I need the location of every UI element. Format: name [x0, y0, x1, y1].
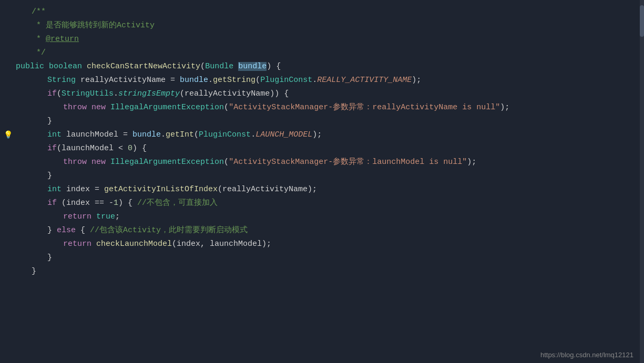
code-token: PluginConst	[199, 130, 251, 139]
code-token: *	[32, 35, 46, 44]
line-content: }	[16, 265, 639, 278]
scrollbar-thumb[interactable]	[640, 5, 644, 37]
code-token: .	[208, 76, 213, 85]
code-line: if (index == -1) { //不包含，可直接加入	[0, 196, 644, 210]
code-line: } else { //包含该Activity，此时需要判断启动模式	[0, 224, 644, 237]
code-token: (index, launchModel);	[172, 240, 271, 248]
code-token: );	[467, 158, 476, 167]
code-token: }	[47, 171, 52, 180]
code-token	[91, 240, 96, 248]
code-token: getActivityInListOfIndex	[104, 185, 218, 194]
code-line: if(launchModel < 0) {	[0, 142, 644, 155]
code-token: (index == -	[57, 199, 114, 208]
code-token: ) {	[132, 144, 147, 153]
code-token: */	[32, 48, 46, 57]
code-token: {	[76, 226, 90, 235]
code-token	[44, 62, 49, 71]
code-token: throw	[63, 158, 87, 167]
code-line: }	[0, 251, 644, 265]
code-token: }	[47, 253, 52, 262]
line-content: }	[16, 115, 639, 128]
code-token: getInt	[166, 130, 194, 139]
code-token: ) {	[267, 62, 281, 71]
line-content: /**	[16, 5, 639, 19]
code-token: bundle	[132, 130, 161, 139]
code-token: );	[412, 76, 421, 85]
code-token: IllegalArgumentException	[110, 158, 224, 167]
code-line: String reallyActivityName = bundle.getSt…	[0, 74, 644, 87]
code-token	[87, 158, 91, 167]
code-line: throw new IllegalArgumentException("Acti…	[0, 155, 644, 169]
code-token: launchModel =	[62, 130, 132, 139]
code-line: public boolean checkCanStartNewActivity(…	[0, 60, 644, 74]
code-token: 1	[114, 199, 118, 208]
code-token	[233, 62, 238, 71]
code-token	[106, 158, 110, 167]
line-content: String reallyActivityName = bundle.getSt…	[16, 74, 639, 87]
code-line: return checkLaunchModel(index, launchMod…	[0, 237, 644, 251]
code-token: (launchModel <	[57, 144, 128, 153]
code-token: (	[255, 76, 260, 85]
code-token: new	[91, 103, 106, 112]
code-line: * @return	[0, 33, 644, 46]
code-token: PluginConst	[260, 76, 312, 85]
code-lines: /** * 是否能够跳转到新的Activity * @return */publ…	[0, 5, 644, 278]
code-editor: /** * 是否能够跳转到新的Activity * @return */publ…	[0, 0, 644, 363]
code-line: return true;	[0, 210, 644, 224]
code-token: String	[47, 76, 76, 85]
code-token: throw	[63, 103, 87, 112]
code-line: }	[0, 115, 644, 128]
code-token: int	[47, 130, 62, 139]
code-token: }	[32, 267, 36, 276]
code-token: if	[47, 144, 57, 153]
code-line: */	[0, 46, 644, 60]
code-line: int index = getActivityInListOfIndex(rea…	[0, 183, 644, 196]
code-token: //不包含，可直接加入	[132, 199, 218, 208]
code-token	[91, 212, 96, 221]
code-token: checkLaunchModel	[96, 240, 172, 248]
vertical-scrollbar[interactable]	[640, 0, 644, 363]
code-token	[87, 103, 91, 112]
code-token: bundle	[180, 76, 208, 85]
line-content: return true;	[16, 210, 639, 224]
line-content: }	[16, 251, 639, 265]
code-token: return	[63, 240, 91, 248]
code-token: (	[224, 158, 229, 167]
code-token: else	[57, 226, 76, 235]
code-token: 0	[128, 144, 132, 153]
code-token	[82, 62, 87, 71]
code-token: .	[251, 130, 255, 139]
code-token: LAUNCH_MODEL	[255, 130, 312, 139]
code-token: new	[91, 158, 106, 167]
code-line: 💡int launchModel = bundle.getInt(PluginC…	[0, 128, 644, 142]
code-token: stringIsEmpty	[118, 89, 180, 98]
code-line: if(StringUtils.stringIsEmpty(reallyActiv…	[0, 87, 644, 101]
code-token: "ActivityStackManager-参数异常：reallyActivit…	[229, 103, 500, 112]
code-token: (reallyActivityName);	[218, 185, 317, 194]
code-token: .	[114, 89, 118, 98]
code-token: getString	[213, 76, 255, 85]
line-content: * 是否能够跳转到新的Activity	[16, 19, 639, 33]
code-token: }	[47, 117, 52, 126]
watermark: https://blog.csdn.net/lmq12121	[540, 351, 633, 359]
code-token: Activity	[117, 21, 155, 30]
code-token: .	[161, 130, 166, 139]
code-token: *	[32, 21, 46, 30]
code-token: "ActivityStackManager-参数异常：launchModel i…	[229, 158, 467, 167]
code-token: Bundle	[205, 62, 233, 71]
code-token: .	[312, 76, 317, 85]
code-token: IllegalArgumentException	[110, 103, 224, 112]
code-token: );	[312, 130, 322, 139]
code-token: /**	[32, 7, 46, 16]
code-token: true	[96, 212, 115, 221]
code-token	[106, 103, 110, 112]
gutter: 💡	[0, 128, 16, 142]
line-content: throw new IllegalArgumentException("Acti…	[16, 155, 639, 169]
code-token: index =	[62, 185, 104, 194]
line-content: if (index == -1) { //不包含，可直接加入	[16, 196, 639, 210]
code-token: bundle	[238, 62, 267, 71]
code-line: * 是否能够跳转到新的Activity	[0, 19, 644, 33]
code-line: /**	[0, 5, 644, 19]
line-content: return checkLaunchModel(index, launchMod…	[16, 237, 639, 251]
code-token: (	[194, 130, 199, 139]
